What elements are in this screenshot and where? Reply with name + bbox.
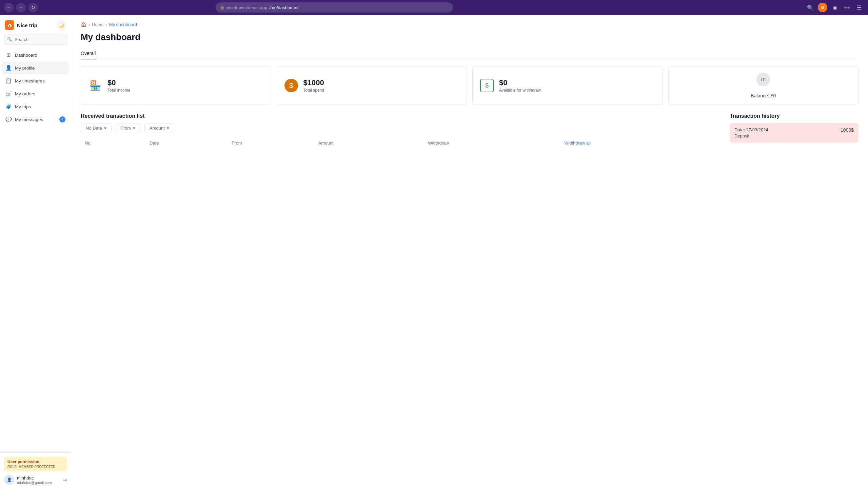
reload-button[interactable]: ↻ bbox=[28, 3, 38, 12]
money-icon: $ bbox=[480, 79, 494, 92]
available-withdraw-label: Available for widthdraw bbox=[499, 88, 541, 93]
breadcrumb-users[interactable]: Users bbox=[92, 22, 103, 27]
total-income-icon-wrap: 🏪 bbox=[88, 78, 103, 93]
widthdraw-all-button[interactable]: Widthdraw all bbox=[560, 137, 723, 149]
history-item-info: Date: 27/03/2024 Deposit bbox=[734, 127, 768, 138]
filter-no-date-label: No Date bbox=[86, 126, 102, 131]
col-date: Date bbox=[145, 137, 228, 149]
transaction-history-title: Transaction history bbox=[730, 113, 859, 119]
sidebar-item-label: My messages bbox=[15, 117, 43, 122]
sidebar-item-label: My profile bbox=[15, 65, 35, 71]
trips-icon: 🧳 bbox=[5, 104, 12, 110]
filter-amount[interactable]: Amount ▾ bbox=[144, 123, 174, 133]
stat-card-balance: m Balance: $0 bbox=[668, 66, 859, 105]
balance-avatar: m bbox=[756, 73, 770, 86]
chevron-down-icon: ▾ bbox=[104, 126, 106, 131]
user-permission-title: User permission bbox=[7, 459, 63, 464]
sidebar-item-dashboard[interactable]: ⊞ Dashboard bbox=[2, 49, 69, 61]
user-permission-role: ROLE: MEMBER PROTECTED bbox=[7, 465, 63, 469]
search-input[interactable] bbox=[4, 34, 67, 45]
balance-text: Balance: $0 bbox=[751, 93, 776, 98]
stats-grid: 🏪 $0 Total income $ $1000 Total spend bbox=[81, 66, 859, 105]
menu-button[interactable]: ☰ bbox=[854, 3, 864, 12]
total-spend-info: $1000 Total spend bbox=[303, 78, 324, 93]
sidebar-item-label: Dashboard bbox=[15, 53, 37, 58]
history-amount: -1000$ bbox=[839, 127, 854, 133]
breadcrumb: 🏠 › Users › My dashboard bbox=[81, 22, 859, 27]
total-income-label: Total income bbox=[107, 88, 130, 93]
home-icon[interactable]: 🏠 bbox=[81, 22, 86, 27]
messages-badge: 4 bbox=[59, 116, 65, 123]
total-income-amount: $0 bbox=[107, 78, 130, 87]
stat-card-total-spend: $ $1000 Total spend bbox=[277, 66, 467, 105]
sidebar-search-container: 🔍 bbox=[4, 34, 67, 45]
chevron-down-icon-2: ▾ bbox=[133, 126, 135, 131]
tab-overall[interactable]: Overall bbox=[81, 48, 96, 59]
profile-icon: 👤 bbox=[5, 65, 12, 71]
history-date: Date: 27/03/2024 bbox=[734, 127, 768, 132]
filter-from[interactable]: From ▾ bbox=[116, 123, 140, 133]
dark-mode-toggle[interactable]: 🌙 bbox=[57, 20, 66, 30]
transaction-table: No Date From Amount Widthdraw Widthdraw … bbox=[81, 137, 723, 149]
user-avatar: 👤 bbox=[4, 475, 14, 485]
coin-icon: $ bbox=[284, 79, 298, 92]
breadcrumb-current: My dashboard bbox=[109, 22, 137, 27]
logo-icon: 🏠 bbox=[5, 20, 14, 30]
col-from: From bbox=[228, 137, 314, 149]
chevron-down-icon-3: ▾ bbox=[167, 126, 169, 131]
search-browser-button[interactable]: 🔍 bbox=[806, 3, 815, 12]
sidebar-item-label: My timeshares bbox=[15, 78, 45, 83]
user-name: minhduc bbox=[17, 475, 60, 481]
content-row: Received transaction list No Date ▾ From… bbox=[81, 113, 859, 149]
sidebar-item-my-profile[interactable]: 👤 My profile bbox=[2, 62, 69, 74]
tabs: Overall bbox=[81, 48, 859, 59]
url-prefix: nicetripvn.vercel.app bbox=[227, 5, 267, 10]
browser-right-icons: 🔍 B ▣ 👓 ☰ bbox=[806, 3, 864, 12]
col-widthdraw: Widthdraw bbox=[424, 137, 560, 149]
col-no: No bbox=[81, 137, 145, 149]
forward-button[interactable]: → bbox=[16, 3, 26, 12]
user-permission-box: User permission ROLE: MEMBER PROTECTED bbox=[4, 457, 67, 471]
history-type: Deposit bbox=[734, 133, 768, 138]
table-section: Received transaction list No Date ▾ From… bbox=[81, 113, 723, 149]
sidebar-header: 🏠 Nice trip 🌙 bbox=[0, 15, 71, 34]
browser-chrome: ← → ↻ 🔒 nicetripvn.vercel.app /me/dashbo… bbox=[0, 0, 868, 15]
back-button[interactable]: ← bbox=[4, 3, 14, 12]
filter-amount-label: Amount bbox=[150, 126, 165, 131]
messages-icon: 💬 bbox=[5, 116, 12, 123]
timeshares-icon: 📋 bbox=[5, 78, 12, 84]
sidebar-item-my-orders[interactable]: 🛒 My orders bbox=[2, 88, 69, 100]
reader-mode-button[interactable]: 👓 bbox=[842, 3, 852, 12]
sidebar-item-my-trips[interactable]: 🧳 My trips bbox=[2, 100, 69, 113]
sidebar-item-my-messages[interactable]: 💬 My messages 4 bbox=[2, 113, 69, 126]
available-withdraw-info: $0 Available for widthdraw bbox=[499, 78, 541, 93]
address-bar[interactable]: 🔒 nicetripvn.vercel.app /me/dashboard bbox=[216, 2, 453, 13]
sidebar-item-my-timeshares[interactable]: 📋 My timeshares bbox=[2, 75, 69, 87]
history-item: Date: 27/03/2024 Deposit -1000$ bbox=[730, 123, 859, 143]
app-name: Nice trip bbox=[17, 22, 37, 28]
filter-from-label: From bbox=[121, 126, 131, 131]
sidebar: 🏠 Nice trip 🌙 🔍 ⊞ Dashboard 👤 My profile… bbox=[0, 15, 71, 489]
orders-icon: 🛒 bbox=[5, 91, 12, 97]
filter-row: No Date ▾ From ▾ Amount ▾ bbox=[81, 123, 723, 133]
total-spend-amount: $1000 bbox=[303, 78, 324, 87]
received-transactions-title: Received transaction list bbox=[81, 113, 723, 119]
sidebar-item-label: My trips bbox=[15, 104, 31, 109]
breadcrumb-sep-1: › bbox=[88, 22, 90, 27]
brave-shield-icon[interactable]: B bbox=[818, 3, 827, 12]
user-email: minhduc@gmail.com bbox=[17, 481, 60, 485]
sidebar-logo: 🏠 Nice trip bbox=[5, 20, 37, 30]
filter-no-date[interactable]: No Date ▾ bbox=[81, 123, 112, 133]
user-info: 👤 minhduc minhduc@gmail.com ↪ bbox=[4, 475, 67, 485]
available-withdraw-icon-wrap: $ bbox=[479, 78, 494, 93]
sidebar-toggle-button[interactable]: ▣ bbox=[830, 3, 840, 12]
col-amount: Amount bbox=[314, 137, 424, 149]
stat-card-total-income: 🏪 $0 Total income bbox=[81, 66, 271, 105]
building-icon: 🏪 bbox=[90, 80, 101, 91]
history-section: Transaction history Date: 27/03/2024 Dep… bbox=[730, 113, 859, 149]
available-withdraw-amount: $0 bbox=[499, 78, 541, 87]
sidebar-item-label: My orders bbox=[15, 91, 35, 96]
logout-button[interactable]: ↪ bbox=[62, 477, 67, 483]
user-details: minhduc minhduc@gmail.com bbox=[17, 475, 60, 485]
page-title: My dashboard bbox=[81, 32, 859, 42]
